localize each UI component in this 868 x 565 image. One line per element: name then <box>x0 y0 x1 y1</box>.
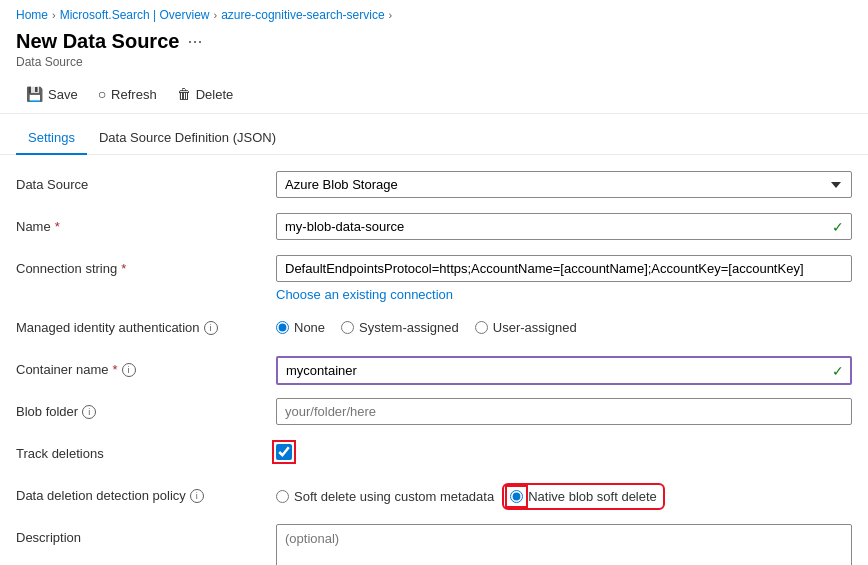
blob-folder-row: Blob folder i <box>16 398 852 430</box>
native-blob-soft-delete-radio[interactable] <box>510 490 523 503</box>
breadcrumb-sep-2: › <box>214 9 218 21</box>
choose-connection-button[interactable]: Choose an existing connection <box>276 285 453 304</box>
track-deletions-label: Track deletions <box>16 440 276 461</box>
delete-label: Delete <box>196 87 234 102</box>
save-label: Save <box>48 87 78 102</box>
managed-identity-user-option[interactable]: User-assigned <box>475 320 577 335</box>
page-title: New Data Source <box>16 30 179 53</box>
managed-identity-none-radio[interactable] <box>276 321 289 334</box>
name-control: ✓ <box>276 213 852 240</box>
description-row: Description <box>16 524 852 565</box>
breadcrumb-sep-1: › <box>52 9 56 21</box>
tab-json-definition[interactable]: Data Source Definition (JSON) <box>87 122 288 155</box>
breadcrumb-overview[interactable]: Microsoft.Search | Overview <box>60 8 210 22</box>
breadcrumb: Home › Microsoft.Search | Overview › azu… <box>0 0 868 26</box>
page-header: New Data Source ··· <box>0 26 868 55</box>
soft-delete-option[interactable]: Soft delete using custom metadata <box>276 489 494 504</box>
delete-icon: 🗑 <box>177 86 191 102</box>
managed-identity-user-radio[interactable] <box>475 321 488 334</box>
native-blob-soft-delete-option[interactable]: Native blob soft delete <box>506 487 661 506</box>
container-required: * <box>113 362 118 377</box>
page-subtitle: Data Source <box>0 55 868 75</box>
deletion-policy-control: Soft delete using custom metadata Native… <box>276 482 852 506</box>
name-input[interactable] <box>276 213 852 240</box>
managed-identity-system-radio[interactable] <box>341 321 354 334</box>
refresh-button[interactable]: ○ Refresh <box>88 81 167 107</box>
data-source-select[interactable]: Azure Blob Storage Azure SQL Database Az… <box>276 171 852 198</box>
container-input-wrapper: ✓ <box>276 356 852 385</box>
breadcrumb-home[interactable]: Home <box>16 8 48 22</box>
managed-identity-control: None System-assigned User-assigned <box>276 314 852 335</box>
container-check-icon: ✓ <box>832 363 844 379</box>
container-name-control: ✓ <box>276 356 852 385</box>
name-row: Name * ✓ <box>16 213 852 245</box>
managed-identity-info-icon[interactable]: i <box>204 321 218 335</box>
container-name-row: Container name * i ✓ <box>16 356 852 388</box>
soft-delete-radio[interactable] <box>276 490 289 503</box>
refresh-label: Refresh <box>111 87 157 102</box>
track-deletions-checkbox[interactable] <box>276 444 292 460</box>
name-check-icon: ✓ <box>832 219 844 235</box>
connection-string-input[interactable] <box>276 255 852 282</box>
track-deletions-row: Track deletions <box>16 440 852 472</box>
container-info-icon[interactable]: i <box>122 363 136 377</box>
connection-string-control: Choose an existing connection <box>276 255 852 304</box>
tabs-bar: Settings Data Source Definition (JSON) <box>0 122 868 155</box>
refresh-icon: ○ <box>98 86 106 102</box>
description-label: Description <box>16 524 276 545</box>
track-deletions-control <box>276 440 852 460</box>
save-button[interactable]: 💾 Save <box>16 81 88 107</box>
managed-identity-label: Managed identity authentication i <box>16 314 276 335</box>
connection-string-label: Connection string * <box>16 255 276 276</box>
data-source-label: Data Source <box>16 171 276 192</box>
name-input-wrapper: ✓ <box>276 213 852 240</box>
managed-identity-row: Managed identity authentication i None S… <box>16 314 852 346</box>
blob-folder-input[interactable] <box>276 398 852 425</box>
container-name-input[interactable] <box>276 356 852 385</box>
description-textarea[interactable] <box>276 524 852 565</box>
deletion-policy-row: Data deletion detection policy i Soft de… <box>16 482 852 514</box>
blob-folder-info-icon[interactable]: i <box>82 405 96 419</box>
form-area: Data Source Azure Blob Storage Azure SQL… <box>0 155 868 565</box>
managed-identity-radio-group: None System-assigned User-assigned <box>276 314 852 335</box>
managed-identity-system-option[interactable]: System-assigned <box>341 320 459 335</box>
blob-folder-label: Blob folder i <box>16 398 276 419</box>
more-options-icon[interactable]: ··· <box>187 31 202 52</box>
data-source-row: Data Source Azure Blob Storage Azure SQL… <box>16 171 852 203</box>
breadcrumb-service[interactable]: azure-cognitive-search-service <box>221 8 384 22</box>
name-label: Name * <box>16 213 276 234</box>
deletion-policy-label: Data deletion detection policy i <box>16 482 276 503</box>
tab-settings[interactable]: Settings <box>16 122 87 155</box>
connection-string-row: Connection string * Choose an existing c… <box>16 255 852 304</box>
breadcrumb-sep-3: › <box>389 9 393 21</box>
conn-required: * <box>121 261 126 276</box>
toolbar: 💾 Save ○ Refresh 🗑 Delete <box>0 75 868 114</box>
save-icon: 💾 <box>26 86 43 102</box>
delete-button[interactable]: 🗑 Delete <box>167 81 244 107</box>
description-control <box>276 524 852 565</box>
data-source-control: Azure Blob Storage Azure SQL Database Az… <box>276 171 852 198</box>
blob-folder-control <box>276 398 852 425</box>
name-required: * <box>55 219 60 234</box>
deletion-policy-radio-group: Soft delete using custom metadata Native… <box>276 482 852 506</box>
deletion-policy-info-icon[interactable]: i <box>190 489 204 503</box>
container-name-label: Container name * i <box>16 356 276 377</box>
track-deletions-checkbox-wrapper <box>276 440 852 460</box>
managed-identity-none-option[interactable]: None <box>276 320 325 335</box>
